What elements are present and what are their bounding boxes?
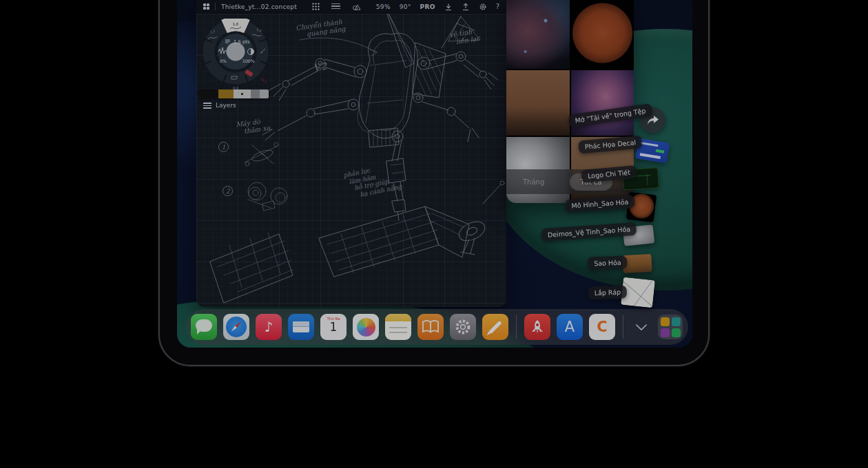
drag-label-assembly[interactable]: Lắp Ráp: [588, 286, 627, 300]
drag-label-mars-model[interactable]: Mô Hình_Sao Hỏa: [565, 195, 635, 213]
drag-drop-layer: Mở "Tải về" trong Tệp Phác Họa Decal Log…: [177, 0, 692, 348]
drag-label-decal[interactable]: Phác Họa Decal: [578, 136, 643, 154]
ipad-screen: Thietke_yt...02.concept 59% 90° PRO: [177, 0, 692, 348]
drag-label-deimos[interactable]: Deimos_Vệ Tinh_Sao Hỏa: [541, 222, 637, 242]
drag-label-mars[interactable]: Sao Hỏa: [588, 256, 628, 270]
screenshot-stage: Thietke_yt...02.concept 59% 90° PRO: [0, 0, 868, 468]
